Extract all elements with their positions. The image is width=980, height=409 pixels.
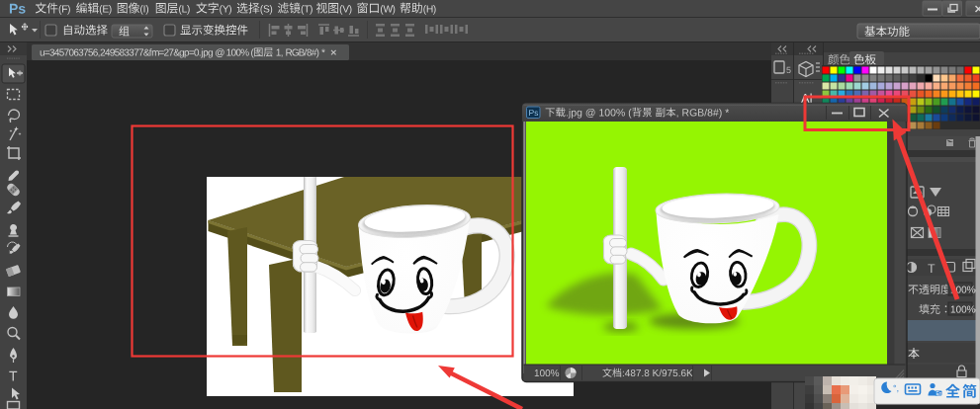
svg-text:En: En [936,391,942,396]
